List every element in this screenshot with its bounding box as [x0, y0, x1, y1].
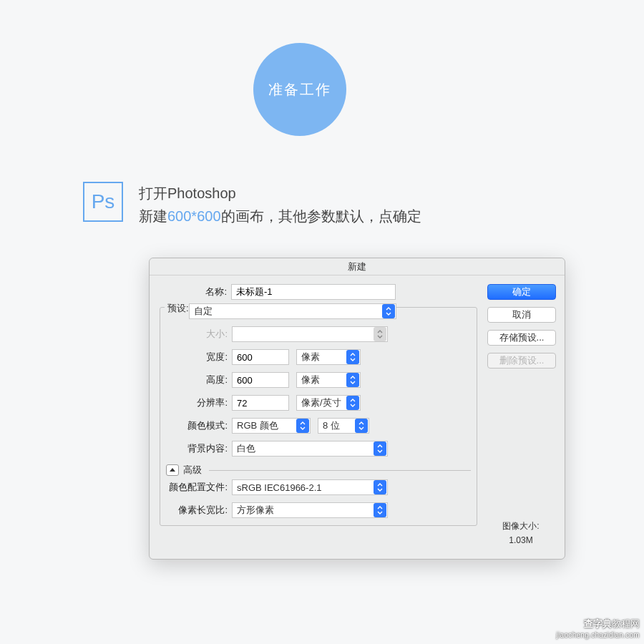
- chevron-updown-icon: [382, 304, 395, 318]
- chevron-updown-icon: [346, 396, 359, 410]
- color-mode-select[interactable]: RGB 颜色: [232, 418, 311, 434]
- width-label: 宽度:: [160, 351, 232, 364]
- watermark-url: jiaocheng.chazidian.com: [557, 630, 640, 641]
- bg-select[interactable]: 白色: [232, 441, 388, 457]
- chevron-updown-icon: [374, 503, 386, 517]
- color-mode-row: 颜色模式: RGB 颜色 8 位: [160, 418, 471, 434]
- aspect-row: 像素长宽比: 方形像素: [160, 502, 471, 518]
- color-depth-select[interactable]: 8 位: [318, 418, 369, 434]
- cancel-button[interactable]: 取消: [487, 307, 556, 323]
- chevron-updown-icon: [374, 327, 386, 341]
- chevron-updown-icon: [374, 480, 386, 494]
- width-row: 宽度: 像素: [160, 349, 471, 365]
- size-row: 大小:: [160, 326, 471, 342]
- bg-label: 背景内容:: [160, 442, 232, 455]
- preset-fieldset: 预设: 自定 大小:: [160, 307, 477, 526]
- size-label: 大小:: [160, 328, 232, 341]
- preset-row: 自定: [189, 303, 471, 319]
- watermark: 查字典教程网 jiaocheng.chazidian.com: [557, 618, 640, 641]
- image-size-value: 1.03M: [487, 533, 555, 547]
- resolution-row: 分辨率: 像素/英寸: [160, 395, 471, 411]
- section-badge: 准备工作: [253, 43, 346, 136]
- ok-button[interactable]: 确定: [487, 284, 556, 300]
- bg-row: 背景内容: 白色: [160, 441, 471, 457]
- ps-glyph: Ps: [92, 190, 115, 213]
- chevron-updown-icon: [355, 419, 368, 433]
- aspect-select[interactable]: 方形像素: [232, 502, 388, 518]
- save-preset-button[interactable]: 存储预设...: [487, 330, 556, 346]
- height-row: 高度: 像素: [160, 372, 471, 388]
- name-input[interactable]: [231, 284, 396, 300]
- instruction-line1: 打开Photoshop: [139, 182, 421, 205]
- advanced-toggle[interactable]: [166, 464, 179, 476]
- watermark-site: 查字典教程网: [557, 618, 640, 630]
- delete-preset-button: 删除预设...: [487, 353, 556, 369]
- advanced-toggle-row: 高级: [166, 464, 471, 477]
- height-label: 高度:: [160, 374, 232, 386]
- dialog-title: 新建: [150, 258, 565, 275]
- image-size-readout: 图像大小: 1.03M: [487, 519, 555, 547]
- name-label: 名称:: [160, 286, 231, 298]
- advanced-label: 高级: [183, 464, 202, 477]
- color-mode-label: 颜色模式:: [160, 419, 232, 432]
- instruction-line2: 新建600*600的画布，其他参数默认，点确定: [139, 205, 421, 228]
- profile-select[interactable]: sRGB IEC61966-2.1: [232, 479, 388, 495]
- chevron-updown-icon: [296, 419, 309, 433]
- dialog-body: 名称: 预设: 自定 大小:: [150, 275, 565, 559]
- preset-select[interactable]: 自定: [189, 303, 396, 319]
- preset-label: 预设:: [165, 302, 192, 315]
- resolution-input[interactable]: [232, 395, 289, 411]
- height-unit-select[interactable]: 像素: [296, 372, 361, 388]
- section-badge-label: 准备工作: [268, 80, 331, 99]
- size-select: [232, 326, 388, 342]
- chevron-updown-icon: [374, 441, 386, 456]
- chevron-updown-icon: [346, 373, 359, 387]
- image-size-label: 图像大小:: [487, 519, 555, 533]
- dialog-right-pane: 确定 取消 存储预设... 删除预设... 图像大小: 1.03M: [477, 284, 555, 547]
- instruction-text: 打开Photoshop 新建600*600的画布，其他参数默认，点确定: [139, 182, 421, 228]
- profile-row: 颜色配置文件: sRGB IEC61966-2.1: [160, 479, 471, 495]
- new-document-dialog: 新建 名称: 预设: 自定 大: [149, 258, 565, 560]
- chevron-updown-icon: [346, 350, 359, 364]
- name-row: 名称:: [160, 284, 477, 300]
- height-input[interactable]: [232, 372, 289, 388]
- dialog-left-pane: 名称: 预设: 自定 大小:: [160, 284, 477, 547]
- width-unit-select[interactable]: 像素: [296, 349, 361, 365]
- resolution-unit-select[interactable]: 像素/英寸: [296, 395, 361, 411]
- resolution-label: 分辨率:: [160, 396, 232, 409]
- width-input[interactable]: [232, 349, 289, 365]
- ps-icon: Ps: [83, 182, 123, 222]
- profile-label: 颜色配置文件:: [160, 481, 232, 494]
- aspect-label: 像素长宽比:: [160, 504, 232, 517]
- divider: [209, 470, 471, 471]
- triangle-up-icon: [170, 467, 175, 473]
